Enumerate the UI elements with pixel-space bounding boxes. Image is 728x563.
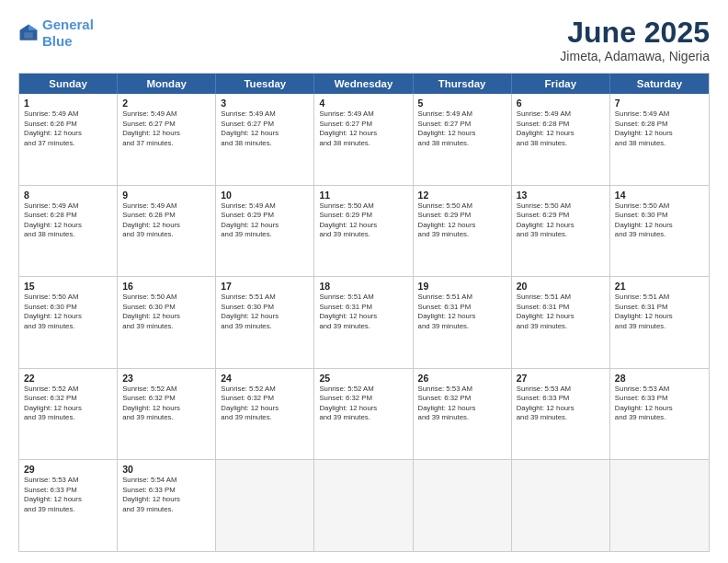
day-number: 18 [319, 281, 407, 292]
calendar-row: 8Sunrise: 5:49 AM Sunset: 6:28 PM Daylig… [19, 186, 709, 278]
calendar-cell: 16Sunrise: 5:50 AM Sunset: 6:30 PM Dayli… [118, 277, 216, 368]
day-number: 24 [221, 373, 309, 384]
day-number: 21 [615, 281, 704, 292]
calendar-header: SundayMondayTuesdayWednesdayThursdayFrid… [19, 74, 709, 94]
cell-info: Sunrise: 5:49 AM Sunset: 6:26 PM Dayligh… [24, 109, 112, 148]
day-number: 17 [221, 281, 309, 292]
calendar-cell: 23Sunrise: 5:52 AM Sunset: 6:32 PM Dayli… [118, 369, 216, 460]
month-title: June 2025 [560, 17, 710, 49]
cell-info: Sunrise: 5:51 AM Sunset: 6:31 PM Dayligh… [418, 293, 506, 331]
page: General Blue June 2025 Jimeta, Adamawa, … [0, 0, 728, 563]
calendar-cell [610, 460, 709, 551]
calendar-cell: 3Sunrise: 5:49 AM Sunset: 6:27 PM Daylig… [216, 94, 314, 185]
svg-marker-1 [28, 25, 37, 30]
day-number: 3 [221, 98, 309, 109]
cell-info: Sunrise: 5:53 AM Sunset: 6:33 PM Dayligh… [517, 385, 605, 423]
calendar-cell: 9Sunrise: 5:49 AM Sunset: 6:28 PM Daylig… [118, 186, 216, 277]
calendar-row: 1Sunrise: 5:49 AM Sunset: 6:26 PM Daylig… [19, 94, 709, 186]
calendar-cell: 14Sunrise: 5:50 AM Sunset: 6:30 PM Dayli… [610, 186, 709, 277]
cell-info: Sunrise: 5:51 AM Sunset: 6:30 PM Dayligh… [221, 293, 309, 331]
calendar-cell: 4Sunrise: 5:49 AM Sunset: 6:27 PM Daylig… [314, 94, 413, 185]
calendar-cell: 26Sunrise: 5:53 AM Sunset: 6:32 PM Dayli… [414, 369, 512, 460]
day-number: 27 [517, 373, 605, 384]
cell-info: Sunrise: 5:49 AM Sunset: 6:29 PM Dayligh… [221, 201, 309, 240]
calendar-cell: 21Sunrise: 5:51 AM Sunset: 6:31 PM Dayli… [610, 277, 709, 368]
weekday-header: Friday [512, 74, 610, 94]
weekday-header: Thursday [414, 74, 512, 94]
calendar-cell: 22Sunrise: 5:52 AM Sunset: 6:32 PM Dayli… [19, 369, 118, 460]
calendar-cell: 30Sunrise: 5:54 AM Sunset: 6:33 PM Dayli… [118, 460, 216, 551]
day-number: 1 [24, 98, 112, 109]
cell-info: Sunrise: 5:51 AM Sunset: 6:31 PM Dayligh… [319, 293, 407, 331]
day-number: 16 [122, 281, 210, 292]
day-number: 7 [615, 98, 704, 109]
cell-info: Sunrise: 5:52 AM Sunset: 6:32 PM Dayligh… [24, 385, 112, 423]
day-number: 20 [517, 281, 605, 292]
cell-info: Sunrise: 5:53 AM Sunset: 6:33 PM Dayligh… [615, 385, 704, 423]
svg-rect-2 [24, 32, 32, 38]
cell-info: Sunrise: 5:49 AM Sunset: 6:28 PM Dayligh… [122, 201, 210, 240]
calendar-row: 29Sunrise: 5:53 AM Sunset: 6:33 PM Dayli… [19, 460, 709, 551]
calendar-row: 15Sunrise: 5:50 AM Sunset: 6:30 PM Dayli… [19, 277, 709, 369]
day-number: 28 [615, 373, 704, 384]
day-number: 4 [319, 98, 407, 109]
day-number: 10 [221, 190, 309, 201]
day-number: 15 [24, 281, 112, 292]
cell-info: Sunrise: 5:49 AM Sunset: 6:28 PM Dayligh… [517, 109, 605, 148]
cell-info: Sunrise: 5:51 AM Sunset: 6:31 PM Dayligh… [517, 293, 605, 331]
day-number: 8 [24, 190, 112, 201]
calendar-cell: 24Sunrise: 5:52 AM Sunset: 6:32 PM Dayli… [216, 369, 314, 460]
weekday-header: Tuesday [216, 74, 314, 94]
day-number: 26 [418, 373, 506, 384]
cell-info: Sunrise: 5:50 AM Sunset: 6:29 PM Dayligh… [418, 201, 506, 240]
calendar-cell: 11Sunrise: 5:50 AM Sunset: 6:29 PM Dayli… [314, 186, 413, 277]
calendar-cell: 6Sunrise: 5:49 AM Sunset: 6:28 PM Daylig… [512, 94, 610, 185]
cell-info: Sunrise: 5:51 AM Sunset: 6:31 PM Dayligh… [615, 293, 704, 331]
logo-general: General [42, 17, 94, 32]
cell-info: Sunrise: 5:50 AM Sunset: 6:29 PM Dayligh… [319, 201, 407, 240]
day-number: 9 [122, 190, 210, 201]
calendar-body: 1Sunrise: 5:49 AM Sunset: 6:26 PM Daylig… [19, 94, 709, 551]
logo-text: General Blue [42, 17, 94, 50]
location: Jimeta, Adamawa, Nigeria [560, 49, 710, 63]
cell-info: Sunrise: 5:53 AM Sunset: 6:33 PM Dayligh… [24, 476, 112, 514]
calendar-cell [216, 460, 314, 551]
day-number: 19 [418, 281, 506, 292]
day-number: 29 [24, 464, 112, 475]
day-number: 2 [122, 98, 210, 109]
logo-icon [18, 23, 39, 43]
cell-info: Sunrise: 5:49 AM Sunset: 6:27 PM Dayligh… [221, 109, 309, 148]
cell-info: Sunrise: 5:49 AM Sunset: 6:27 PM Dayligh… [418, 109, 506, 148]
calendar-cell: 29Sunrise: 5:53 AM Sunset: 6:33 PM Dayli… [19, 460, 118, 551]
day-number: 11 [319, 190, 407, 201]
cell-info: Sunrise: 5:50 AM Sunset: 6:30 PM Dayligh… [615, 201, 704, 240]
logo-blue: Blue [42, 33, 73, 49]
calendar-cell: 2Sunrise: 5:49 AM Sunset: 6:27 PM Daylig… [118, 94, 216, 185]
cell-info: Sunrise: 5:49 AM Sunset: 6:28 PM Dayligh… [615, 109, 704, 148]
day-number: 13 [517, 190, 605, 201]
day-number: 14 [615, 190, 704, 201]
cell-info: Sunrise: 5:52 AM Sunset: 6:32 PM Dayligh… [319, 385, 407, 423]
day-number: 5 [418, 98, 506, 109]
day-number: 6 [517, 98, 605, 109]
day-number: 12 [418, 190, 506, 201]
calendar-cell: 20Sunrise: 5:51 AM Sunset: 6:31 PM Dayli… [512, 277, 610, 368]
cell-info: Sunrise: 5:50 AM Sunset: 6:29 PM Dayligh… [517, 201, 605, 240]
cell-info: Sunrise: 5:52 AM Sunset: 6:32 PM Dayligh… [122, 385, 210, 423]
calendar: SundayMondayTuesdayWednesdayThursdayFrid… [18, 73, 710, 552]
day-number: 30 [122, 464, 210, 475]
weekday-header: Sunday [19, 74, 118, 94]
calendar-cell [314, 460, 413, 551]
day-number: 25 [319, 373, 407, 384]
calendar-cell: 28Sunrise: 5:53 AM Sunset: 6:33 PM Dayli… [610, 369, 709, 460]
cell-info: Sunrise: 5:53 AM Sunset: 6:32 PM Dayligh… [418, 385, 506, 423]
calendar-cell: 18Sunrise: 5:51 AM Sunset: 6:31 PM Dayli… [314, 277, 413, 368]
cell-info: Sunrise: 5:49 AM Sunset: 6:28 PM Dayligh… [24, 201, 112, 240]
logo: General Blue [18, 17, 94, 50]
weekday-header: Saturday [610, 74, 709, 94]
header: General Blue June 2025 Jimeta, Adamawa, … [18, 17, 710, 63]
calendar-cell [512, 460, 610, 551]
cell-info: Sunrise: 5:52 AM Sunset: 6:32 PM Dayligh… [221, 385, 309, 423]
calendar-cell: 7Sunrise: 5:49 AM Sunset: 6:28 PM Daylig… [610, 94, 709, 185]
calendar-cell: 15Sunrise: 5:50 AM Sunset: 6:30 PM Dayli… [19, 277, 118, 368]
